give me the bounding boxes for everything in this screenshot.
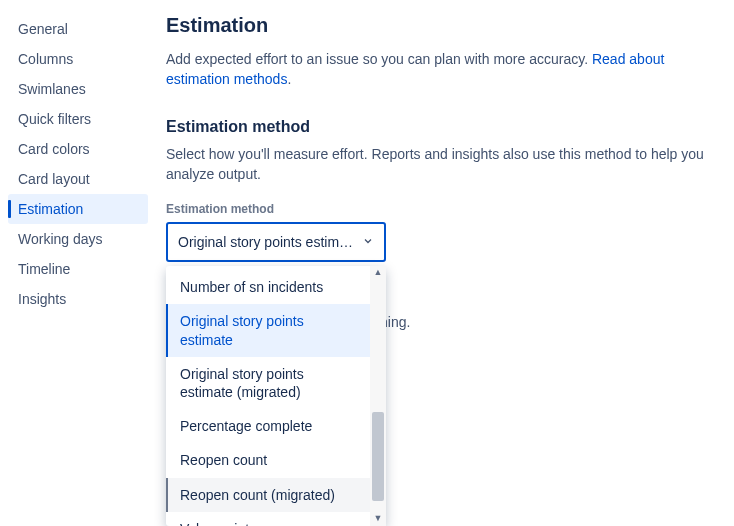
settings-sidebar: General Columns Swimlanes Quick filters …	[0, 0, 156, 526]
sidebar-item-general[interactable]: General	[8, 14, 148, 44]
scroll-down-arrow-icon[interactable]: ▼	[370, 512, 386, 526]
dropdown-option[interactable]: Reopen count (migrated)	[166, 478, 370, 512]
estimation-method-select[interactable]: Original story points estima...	[166, 222, 386, 262]
sidebar-item-estimation[interactable]: Estimation	[8, 194, 148, 224]
sidebar-item-swimlanes[interactable]: Swimlanes	[8, 74, 148, 104]
dropdown-option[interactable]: Reopen count	[166, 443, 370, 477]
sidebar-item-card-layout[interactable]: Card layout	[8, 164, 148, 194]
main-content: Estimation Add expected effort to an iss…	[156, 0, 734, 526]
estimation-method-field: Original story points estima... Number o…	[166, 222, 386, 262]
dropdown-option[interactable]: Percentage complete	[166, 409, 370, 443]
dropdown-scrollbar[interactable]: ▲ ▼	[370, 266, 386, 526]
sidebar-item-insights[interactable]: Insights	[8, 284, 148, 314]
estimation-method-dropdown: Number of sn incidents Original story po…	[166, 266, 386, 526]
dropdown-listbox[interactable]: Number of sn incidents Original story po…	[166, 266, 370, 526]
dropdown-option[interactable]: Original story points estimate (migrated…	[166, 357, 370, 409]
chevron-down-icon	[362, 234, 374, 250]
scroll-track[interactable]	[370, 280, 386, 512]
sidebar-item-card-colors[interactable]: Card colors	[8, 134, 148, 164]
sidebar-item-timeline[interactable]: Timeline	[8, 254, 148, 284]
sidebar-item-working-days[interactable]: Working days	[8, 224, 148, 254]
intro-text: Add expected effort to an issue so you c…	[166, 51, 592, 67]
sidebar-item-quick-filters[interactable]: Quick filters	[8, 104, 148, 134]
page-title: Estimation	[166, 14, 718, 37]
dropdown-option[interactable]: Original story points estimate	[166, 304, 370, 356]
section-description: Select how you'll measure effort. Report…	[166, 144, 718, 185]
scroll-thumb[interactable]	[372, 412, 384, 500]
select-value: Original story points estima...	[178, 234, 354, 250]
dropdown-option[interactable]: Number of sn incidents	[166, 270, 370, 304]
scroll-up-arrow-icon[interactable]: ▲	[370, 266, 386, 280]
sidebar-item-columns[interactable]: Columns	[8, 44, 148, 74]
field-label: Estimation method	[166, 202, 718, 216]
intro-period: .	[287, 71, 291, 87]
dropdown-option[interactable]: Value point	[166, 512, 370, 526]
page-intro: Add expected effort to an issue so you c…	[166, 49, 718, 90]
section-heading: Estimation method	[166, 118, 718, 136]
